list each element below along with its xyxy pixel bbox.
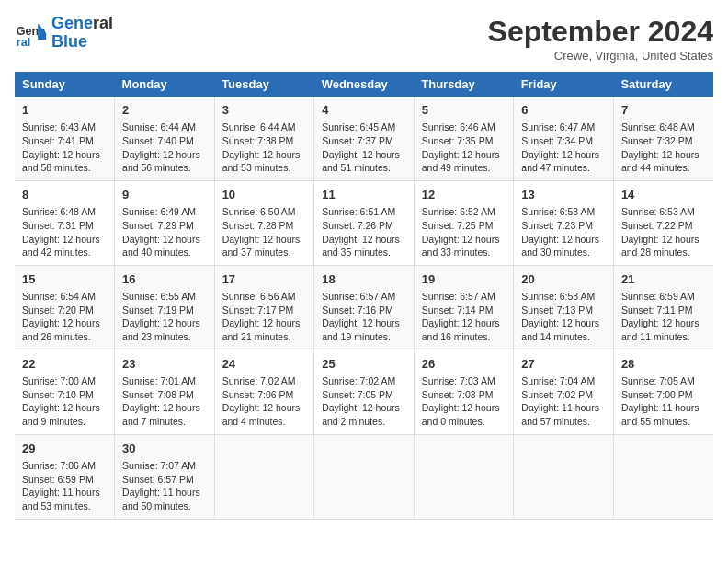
calendar-cell: 28Sunrise: 7:05 AMSunset: 7:00 PMDayligh…: [613, 350, 713, 434]
daylight-label: Daylight: 12 hours: [222, 317, 301, 328]
day-number: 21: [621, 271, 706, 288]
daylight-label: Daylight: 12 hours: [521, 317, 599, 328]
daylight-label: Daylight: 11 hours: [621, 402, 700, 413]
sunrise: Sunrise: 6:59 AM: [621, 291, 695, 302]
calendar-cell: 15Sunrise: 6:54 AMSunset: 7:20 PMDayligh…: [15, 265, 115, 350]
sunset: Sunset: 7:22 PM: [621, 220, 693, 231]
calendar-cell: 4Sunrise: 6:45 AMSunset: 7:37 PMDaylight…: [314, 97, 415, 180]
calendar-cell: 1Sunrise: 6:43 AMSunset: 7:41 PMDaylight…: [15, 97, 115, 180]
sunset: Sunset: 7:35 PM: [422, 135, 494, 146]
sunrise: Sunrise: 6:48 AM: [621, 121, 695, 132]
daylight-mins: and 33 minutes.: [422, 247, 491, 258]
day-number: 28: [621, 356, 706, 373]
sunrise: Sunrise: 6:57 AM: [422, 291, 495, 302]
calendar-week-row: 1Sunrise: 6:43 AMSunset: 7:41 PMDaylight…: [15, 97, 713, 180]
calendar-cell: 29Sunrise: 7:06 AMSunset: 6:59 PMDayligh…: [15, 434, 115, 519]
calendar-cell: 12Sunrise: 6:52 AMSunset: 7:25 PMDayligh…: [414, 180, 514, 265]
day-number: 6: [521, 102, 606, 119]
day-number: 29: [22, 441, 107, 457]
sunrise: Sunrise: 6:49 AM: [122, 206, 196, 217]
logo-icon: Gene ral: [15, 17, 48, 50]
sunrise: Sunrise: 7:04 AM: [521, 375, 595, 386]
daylight-label: Daylight: 12 hours: [422, 234, 500, 245]
calendar-cell: 21Sunrise: 6:59 AMSunset: 7:11 PMDayligh…: [613, 265, 713, 350]
day-number: 2: [122, 102, 207, 119]
daylight-label: Daylight: 12 hours: [22, 234, 100, 245]
daylight-mins: and 56 minutes.: [122, 162, 191, 173]
daylight-label: Daylight: 12 hours: [22, 149, 100, 160]
daylight-mins: and 51 minutes.: [322, 162, 391, 173]
calendar-cell: [214, 434, 314, 519]
sunset: Sunset: 7:19 PM: [122, 304, 194, 316]
calendar-cell: [514, 434, 614, 519]
daylight-mins: and 44 minutes.: [621, 162, 690, 173]
day-number: 5: [422, 102, 506, 119]
calendar-cell: 19Sunrise: 6:57 AMSunset: 7:14 PMDayligh…: [414, 265, 514, 350]
logo-blue: Blue: [51, 32, 87, 51]
sunrise: Sunrise: 7:01 AM: [122, 375, 196, 386]
calendar-week-row: 22Sunrise: 7:00 AMSunset: 7:10 PMDayligh…: [15, 350, 713, 434]
calendar-cell: 17Sunrise: 6:56 AMSunset: 7:17 PMDayligh…: [214, 265, 314, 350]
calendar-cell: 2Sunrise: 6:44 AMSunset: 7:40 PMDaylight…: [115, 97, 215, 180]
sunrise: Sunrise: 7:05 AM: [621, 375, 695, 386]
calendar-cell: 13Sunrise: 6:53 AMSunset: 7:23 PMDayligh…: [514, 180, 614, 265]
daylight-mins: and 21 minutes.: [222, 331, 291, 342]
day-number: 26: [422, 356, 506, 373]
daylight-mins: and 40 minutes.: [122, 247, 191, 258]
sunset: Sunset: 7:37 PM: [322, 135, 393, 146]
location: Crewe, Virginia, United States: [488, 49, 713, 63]
sunset: Sunset: 7:25 PM: [422, 220, 494, 231]
col-header-monday: Monday: [115, 72, 215, 97]
daylight-label: Daylight: 12 hours: [122, 402, 200, 413]
daylight-mins: and 7 minutes.: [122, 416, 186, 427]
day-number: 1: [22, 102, 107, 119]
daylight-mins: and 28 minutes.: [621, 247, 690, 258]
day-number: 19: [422, 271, 506, 288]
col-header-saturday: Saturday: [613, 72, 713, 97]
sunrise: Sunrise: 7:02 AM: [322, 375, 395, 386]
sunset: Sunset: 7:16 PM: [322, 304, 393, 316]
sunset: Sunset: 7:10 PM: [22, 389, 94, 400]
sunset: Sunset: 6:57 PM: [122, 474, 194, 485]
sunrise: Sunrise: 6:43 AM: [22, 121, 96, 132]
sunset: Sunset: 7:34 PM: [521, 135, 593, 146]
sunrise: Sunrise: 7:00 AM: [22, 375, 96, 386]
daylight-mins: and 19 minutes.: [322, 331, 391, 342]
sunset: Sunset: 7:06 PM: [222, 389, 294, 400]
sunset: Sunset: 7:14 PM: [422, 304, 494, 316]
daylight-mins: and 55 minutes.: [621, 416, 690, 427]
month-title: September 2024: [488, 15, 713, 49]
sunset: Sunset: 7:05 PM: [322, 389, 393, 400]
sunrise: Sunrise: 6:44 AM: [122, 121, 196, 132]
calendar-cell: 20Sunrise: 6:58 AMSunset: 7:13 PMDayligh…: [514, 265, 614, 350]
daylight-label: Daylight: 12 hours: [222, 149, 301, 160]
calendar-cell: 18Sunrise: 6:57 AMSunset: 7:16 PMDayligh…: [314, 265, 415, 350]
sunrise: Sunrise: 6:48 AM: [22, 206, 96, 217]
sunset: Sunset: 7:41 PM: [22, 135, 94, 146]
sunset: Sunset: 7:32 PM: [621, 135, 693, 146]
daylight-label: Daylight: 11 hours: [521, 402, 599, 413]
calendar-cell: 11Sunrise: 6:51 AMSunset: 7:26 PMDayligh…: [314, 180, 415, 265]
calendar-cell: 16Sunrise: 6:55 AMSunset: 7:19 PMDayligh…: [115, 265, 215, 350]
daylight-label: Daylight: 12 hours: [621, 234, 700, 245]
daylight-mins: and 26 minutes.: [22, 331, 91, 342]
day-number: 17: [222, 271, 307, 288]
sunset: Sunset: 7:40 PM: [122, 135, 194, 146]
calendar-cell: 14Sunrise: 6:53 AMSunset: 7:22 PMDayligh…: [613, 180, 713, 265]
sunset: Sunset: 6:59 PM: [22, 474, 94, 485]
daylight-label: Daylight: 12 hours: [122, 149, 200, 160]
calendar-table: SundayMondayTuesdayWednesdayThursdayFrid…: [15, 72, 713, 520]
day-number: 4: [322, 102, 406, 119]
daylight-mins: and 11 minutes.: [621, 331, 690, 342]
sunrise: Sunrise: 6:58 AM: [521, 291, 595, 302]
daylight-label: Daylight: 12 hours: [422, 317, 500, 328]
sunset: Sunset: 7:03 PM: [422, 389, 494, 400]
sunset: Sunset: 7:29 PM: [122, 220, 194, 231]
calendar-week-row: 15Sunrise: 6:54 AMSunset: 7:20 PMDayligh…: [15, 265, 713, 350]
daylight-label: Daylight: 12 hours: [122, 317, 200, 328]
calendar-cell: 26Sunrise: 7:03 AMSunset: 7:03 PMDayligh…: [414, 350, 514, 434]
calendar-cell: 25Sunrise: 7:02 AMSunset: 7:05 PMDayligh…: [314, 350, 415, 434]
col-header-sunday: Sunday: [15, 72, 115, 97]
sunrise: Sunrise: 6:53 AM: [521, 206, 595, 217]
calendar-cell: [314, 434, 415, 519]
